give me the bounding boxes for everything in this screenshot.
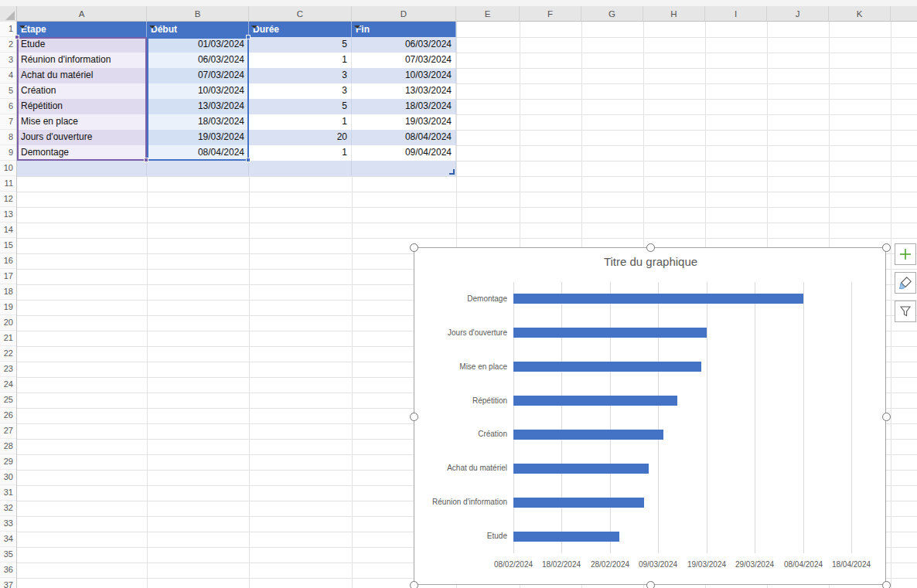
row-header-14[interactable]: 14 <box>0 223 16 238</box>
range-resize-handle[interactable] <box>144 158 148 162</box>
row-header-8[interactable]: 8 <box>0 130 16 145</box>
chart-values-range-highlight[interactable] <box>147 37 249 161</box>
category-axis-label[interactable]: Achat du matériel <box>414 464 507 473</box>
row-header-17[interactable]: 17 <box>0 269 16 284</box>
row-header-35[interactable]: 35 <box>0 547 16 563</box>
select-all-corner[interactable] <box>0 6 17 22</box>
row-header-34[interactable]: 34 <box>0 532 16 547</box>
x-axis-tick-label[interactable]: 09/03/2024 <box>633 560 683 570</box>
row-header-2[interactable]: 2 <box>0 37 16 53</box>
category-axis-label[interactable]: Création <box>414 430 507 439</box>
row-header-23[interactable]: 23 <box>0 362 16 377</box>
row-header-15[interactable]: 15 <box>0 238 16 253</box>
category-axis-label[interactable]: Etude <box>414 532 507 541</box>
category-axis-label[interactable]: Réunion d'information <box>414 498 507 507</box>
x-axis-tick-label[interactable]: 18/04/2024 <box>827 560 876 570</box>
column-header-C[interactable]: C <box>249 6 352 22</box>
chart-resize-handle[interactable] <box>882 581 891 588</box>
chart-bar-8[interactable] <box>513 532 619 542</box>
category-axis-label[interactable]: Jours d'ouverture <box>414 328 507 338</box>
category-axis-label[interactable]: Mise en place <box>414 362 507 372</box>
row-header-12[interactable]: 12 <box>0 192 16 207</box>
cell-D2[interactable]: 06/03/2024 <box>352 37 456 53</box>
cell-D5[interactable]: 13/03/2024 <box>352 83 456 99</box>
cell-A10[interactable] <box>17 161 147 176</box>
row-header-19[interactable]: 19 <box>0 300 16 315</box>
cell-D9[interactable]: 09/04/2024 <box>352 145 456 161</box>
row-header-9[interactable]: 9 <box>0 145 16 161</box>
chart-bar-5[interactable] <box>513 430 663 440</box>
chart-bar-7[interactable] <box>513 498 644 508</box>
cell-C8[interactable]: 20 <box>249 130 352 145</box>
range-resize-handle[interactable] <box>246 35 251 39</box>
table-header-fin[interactable]: Fin <box>352 22 456 37</box>
cell-D4[interactable]: 10/03/2024 <box>352 68 456 83</box>
row-header-22[interactable]: 22 <box>0 346 16 362</box>
chart-styles-button[interactable] <box>895 272 916 294</box>
column-header-G[interactable]: G <box>581 6 643 22</box>
column-header-F[interactable]: F <box>520 6 581 22</box>
row-header-7[interactable]: 7 <box>0 114 16 130</box>
row-header-6[interactable]: 6 <box>0 99 16 114</box>
column-header-E[interactable]: E <box>456 6 520 22</box>
row-header-11[interactable]: 11 <box>0 176 16 192</box>
chart-resize-handle[interactable] <box>882 243 891 252</box>
cell-B10[interactable] <box>147 161 249 176</box>
chart-bar-4[interactable] <box>513 396 677 406</box>
chart-bar-3[interactable] <box>513 362 701 372</box>
x-axis-tick-label[interactable]: 18/02/2024 <box>537 560 586 570</box>
x-axis-tick-label[interactable]: 29/03/2024 <box>730 560 779 570</box>
cell-C5[interactable]: 3 <box>249 83 352 99</box>
cell-D6[interactable]: 18/03/2024 <box>352 99 456 114</box>
row-header-3[interactable]: 3 <box>0 53 16 68</box>
chart-bar-2[interactable] <box>513 328 707 338</box>
row-header-28[interactable]: 28 <box>0 439 16 454</box>
cell-C7[interactable]: 1 <box>249 114 352 130</box>
table-header-etape[interactable]: Etape <box>17 22 147 37</box>
column-header-K[interactable]: K <box>829 6 891 22</box>
row-header-27[interactable]: 27 <box>0 423 16 439</box>
cell-D10[interactable] <box>352 161 456 176</box>
chart-resize-handle[interactable] <box>410 243 418 252</box>
chart-filters-button[interactable] <box>895 301 916 322</box>
row-header-21[interactable]: 21 <box>0 331 16 346</box>
chart-plot-area[interactable]: 08/02/202418/02/202428/02/202409/03/2024… <box>513 282 851 553</box>
row-header-5[interactable]: 5 <box>0 83 16 99</box>
row-header-16[interactable]: 16 <box>0 253 16 269</box>
x-axis-tick-label[interactable]: 08/02/2024 <box>489 560 538 570</box>
row-header-31[interactable]: 31 <box>0 485 16 501</box>
column-header-D[interactable]: D <box>352 6 456 22</box>
row-header-32[interactable]: 32 <box>0 501 16 516</box>
row-header-29[interactable]: 29 <box>0 454 16 470</box>
x-axis-tick-label[interactable]: 19/03/2024 <box>682 560 731 570</box>
table-resize-handle[interactable] <box>449 169 455 175</box>
cell-D7[interactable]: 19/03/2024 <box>352 114 456 130</box>
column-header-I[interactable]: I <box>705 6 767 22</box>
row-header-18[interactable]: 18 <box>0 284 16 300</box>
chart-category-range-highlight[interactable] <box>17 37 147 161</box>
cell-C2[interactable]: 5 <box>249 37 352 53</box>
row-header-1[interactable]: 1 <box>0 22 16 37</box>
row-header-37[interactable]: 37 <box>0 578 16 588</box>
x-axis-tick-label[interactable]: 08/04/2024 <box>779 560 828 570</box>
gantt-bar-chart[interactable]: Titre du graphique 08/02/202418/02/20242… <box>414 247 886 585</box>
chart-bar-6[interactable] <box>513 464 649 474</box>
row-header-25[interactable]: 25 <box>0 393 16 408</box>
cell-D3[interactable]: 07/03/2024 <box>352 53 456 68</box>
range-resize-handle[interactable] <box>15 35 19 39</box>
row-header-33[interactable]: 33 <box>0 516 16 532</box>
chart-resize-handle[interactable] <box>646 243 655 252</box>
column-header-H[interactable]: H <box>643 6 705 22</box>
range-resize-handle[interactable] <box>246 158 251 162</box>
column-header-B[interactable]: B <box>147 6 249 22</box>
chart-resize-handle[interactable] <box>410 581 418 588</box>
row-header-26[interactable]: 26 <box>0 408 16 423</box>
chart-bar-1[interactable] <box>513 294 803 304</box>
row-header-24[interactable]: 24 <box>0 377 16 393</box>
table-header-début[interactable]: Début <box>147 22 249 37</box>
row-header-36[interactable]: 36 <box>0 563 16 578</box>
row-header-10[interactable]: 10 <box>0 161 16 176</box>
row-header-30[interactable]: 30 <box>0 470 16 485</box>
row-header-4[interactable]: 4 <box>0 68 16 83</box>
chart-title[interactable]: Titre du graphique <box>414 255 887 268</box>
